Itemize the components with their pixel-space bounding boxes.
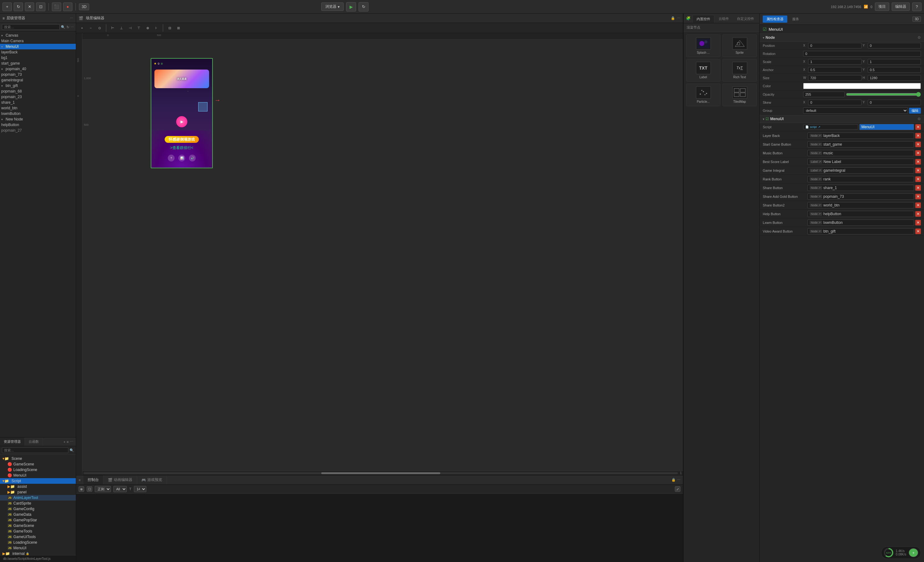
size-w-input[interactable]	[808, 75, 861, 81]
menuui-checkbox-icon[interactable]: ☑	[765, 117, 769, 121]
component-splash[interactable]: Splash ...	[686, 34, 720, 57]
tree-popmain23[interactable]: popmain_23	[0, 94, 76, 100]
asset-scene-folder[interactable]: ▾📁 Scene	[0, 456, 76, 461]
scale-x-input[interactable]	[808, 59, 861, 64]
distribute-v-btn[interactable]: ⊞	[175, 25, 182, 31]
inspector-3d-btn[interactable]: 3D	[912, 16, 921, 22]
align-center-btn[interactable]: ⊥	[118, 25, 125, 31]
properties-tab[interactable]: 属性检查器	[763, 15, 787, 22]
canvas-play-btn[interactable]: ▶	[176, 116, 188, 127]
tree-popmain27[interactable]: popmain_27	[0, 128, 76, 133]
add-btn[interactable]: +	[3, 3, 12, 11]
node-checkbox-icon[interactable]: ☑	[763, 27, 767, 32]
component-tiledmap[interactable]: TiledMap	[722, 84, 757, 106]
menuui-gear-icon[interactable]: ⚙	[918, 117, 921, 121]
asset-more-icon[interactable]: ⋯	[70, 439, 74, 444]
3d-toggle-btn[interactable]: 3D	[79, 3, 89, 10]
cloud-func-tab[interactable]: 云函数	[25, 438, 43, 446]
console-expand-btn[interactable]: ⤢	[675, 486, 680, 492]
position-x-input[interactable]	[808, 43, 861, 48]
layer-more-icon[interactable]: ⋯	[70, 25, 74, 29]
asset-search-input[interactable]	[2, 447, 68, 453]
component-cloud-tab[interactable]: 云组件	[715, 15, 733, 23]
asset-panel[interactable]: ▶📁 panel	[0, 489, 76, 495]
asset-animlayertool[interactable]: JS AnimLayerTool	[0, 495, 76, 501]
scene-viewport[interactable]: 使用鼠标右键平移视图焦点，使用滚轮缩放视图 500 0 0 500 ★ 0	[76, 33, 683, 475]
canvas-question-btn[interactable]: ?	[168, 155, 175, 161]
node-section-header[interactable]: ▾ Node ⚙	[760, 34, 924, 42]
tree-main-camera[interactable]: Main Camera	[0, 38, 76, 44]
fullscreen-btn[interactable]: ⊡	[36, 3, 45, 11]
console-filter-select[interactable]: 正则	[95, 486, 111, 492]
game-preview-tab[interactable]: 🎮 游戏预览	[137, 475, 167, 484]
tree-new-node[interactable]: ▾ New Node	[0, 117, 76, 122]
distribute-h-btn[interactable]: ⊟	[166, 25, 173, 31]
ref-help-delete-btn[interactable]: ✕	[915, 211, 921, 217]
opacity-slider[interactable]	[846, 92, 921, 97]
bottom-add-btn[interactable]: +	[909, 549, 918, 557]
ref-bestscore-delete-btn[interactable]: ✕	[915, 159, 921, 164]
console-stop-btn[interactable]: ⊗	[79, 486, 84, 492]
ref-layerback-delete-btn[interactable]: ✕	[915, 133, 921, 139]
component-particle[interactable]: Particle...	[686, 84, 720, 106]
browser-btn[interactable]: 浏览器 ▾	[321, 3, 344, 11]
canvas-sound-btn[interactable]: 🔊	[189, 155, 196, 161]
size-h-input[interactable]	[868, 75, 921, 81]
component-custom-tab[interactable]: 自定义控件	[733, 15, 758, 23]
ref-startgame-delete-btn[interactable]: ✕	[915, 142, 921, 147]
asset-assist[interactable]: ▶📁 assist	[0, 484, 76, 489]
asset-gamescene-js[interactable]: JS GameScene	[0, 523, 76, 528]
close-btn[interactable]: ✕	[25, 3, 34, 11]
asset-menuui-js[interactable]: JS MenuUI	[0, 545, 76, 551]
rotation-input[interactable]	[803, 51, 921, 57]
tree-popmain68[interactable]: popmain_68	[0, 88, 76, 94]
tree-lxwm-btn[interactable]: lxwmButton	[0, 111, 76, 117]
asset-gameconfig[interactable]: JS GameConfig	[0, 506, 76, 512]
record-btn[interactable]: ⬛	[52, 3, 61, 11]
ref-share2-delete-btn[interactable]: ✕	[915, 202, 921, 208]
refresh-btn[interactable]: ↻	[14, 3, 23, 11]
ref-share-add-gold-delete-btn[interactable]: ✕	[915, 194, 921, 199]
ref-gameintegral-delete-btn[interactable]: ✕	[915, 168, 921, 173]
services-tab[interactable]: 服务	[789, 15, 803, 22]
layer-expand-btn[interactable]: ⋯	[70, 16, 74, 20]
console-more-icon[interactable]: ⋯	[677, 478, 680, 482]
editor-btn[interactable]: 编辑器	[892, 3, 910, 11]
scrollbar-track[interactable]	[84, 472, 678, 474]
tree-share1[interactable]: share_1	[0, 100, 76, 105]
align-left-btn[interactable]: ⊢	[110, 25, 116, 31]
ref-share-delete-btn[interactable]: ✕	[915, 185, 921, 191]
scale-y-input[interactable]	[868, 59, 921, 64]
tree-popmain73[interactable]: popmain_73	[0, 72, 76, 77]
script-delete-btn[interactable]: ✕	[915, 124, 921, 130]
component-builtin-tab[interactable]: 内置控件	[693, 15, 714, 23]
asset-internal[interactable]: ▶📁 internal 🔒	[0, 551, 76, 555]
zoom-in-btn[interactable]: +	[79, 25, 86, 31]
canvas-chart-btn[interactable]: 📊	[178, 155, 185, 161]
zoom-reset-btn[interactable]: ⊙	[96, 25, 103, 31]
asset-gametools[interactable]: JS GameTools	[0, 528, 76, 534]
search-icon[interactable]: 🔍	[61, 25, 65, 29]
ref-music-delete-btn[interactable]: ✕	[915, 150, 921, 156]
ref-video-delete-btn[interactable]: ✕	[915, 229, 921, 234]
group-select[interactable]: default	[803, 108, 908, 114]
asset-gameuiTools[interactable]: JS GameUiTools	[0, 534, 76, 540]
asset-list-icon[interactable]: ≡	[67, 440, 69, 444]
project-btn[interactable]: 项目	[875, 3, 889, 11]
scene-editor-lock-icon[interactable]: 🔒	[671, 16, 675, 20]
canvas-community-btn[interactable]: >查看群排行<	[170, 145, 193, 151]
align-right-btn[interactable]: ⊣	[127, 25, 134, 31]
group-edit-btn[interactable]: 编辑	[909, 108, 921, 114]
tree-canvas[interactable]: ▾ Canvas	[0, 33, 76, 38]
asset-search-icon[interactable]: 🔍	[70, 448, 74, 452]
canvas-start-btn[interactable]: 怀感谢倒塌游戏	[165, 136, 199, 143]
component-label[interactable]: TXT Label	[686, 59, 720, 82]
skew-y-input[interactable]	[868, 100, 921, 105]
layer-refresh-icon[interactable]: ↻	[66, 25, 69, 29]
help-btn[interactable]: ?	[912, 3, 921, 11]
asset-loadingscene-js[interactable]: JS LoadingScene	[0, 540, 76, 545]
tree-bg1[interactable]: bg1	[0, 55, 76, 61]
tree-layerback[interactable]: layerBack	[0, 49, 76, 55]
asset-add-icon[interactable]: +	[63, 440, 65, 444]
position-y-input[interactable]	[868, 43, 921, 48]
